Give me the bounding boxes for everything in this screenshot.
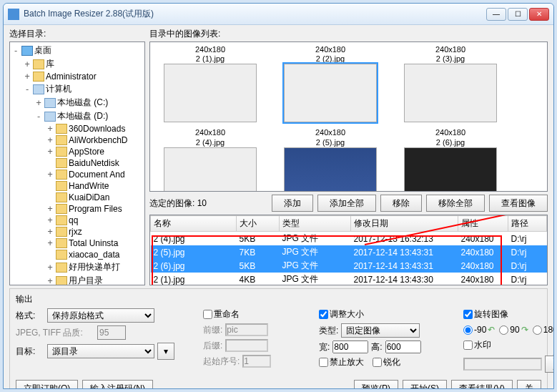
table-row[interactable]: 2 (4).jpg5KBJPG 文件2017-12-13 16:32:13240…	[151, 232, 547, 246]
col-attr[interactable]: 属性	[458, 216, 508, 232]
thumbnail[interactable]: 240x1802 (5).jpg	[273, 128, 388, 192]
col-path[interactable]: 路径	[508, 216, 547, 232]
remove-button[interactable]: 移除	[380, 195, 422, 212]
target-select[interactable]: 源目录	[47, 344, 154, 358]
tree-label[interactable]: 用户目录	[69, 275, 103, 285]
rename-checkbox[interactable]	[203, 310, 212, 319]
col-type[interactable]: 类型	[280, 216, 351, 232]
no-enlarge-checkbox[interactable]	[319, 358, 328, 367]
tree-node[interactable]: +AppStore	[11, 146, 143, 157]
thumbnail[interactable]: 240x1802 (1).jpg	[153, 45, 267, 122]
thumbnail-area[interactable]: 240x1802 (1).jpg240x1802 (2).jpg240x1802…	[149, 41, 548, 192]
tree-label[interactable]: BaiduNetdisk	[69, 158, 119, 168]
tree-node[interactable]: +AliWorkbenchD	[11, 134, 143, 146]
tree-node[interactable]: HandWrite	[11, 180, 143, 192]
col-size[interactable]: 大小	[237, 216, 280, 232]
col-date[interactable]: 修改日期	[351, 216, 458, 232]
remove-all-button[interactable]: 移除全部	[426, 195, 485, 212]
format-select[interactable]: 保持原始格式	[47, 308, 154, 323]
rot-180-radio[interactable]	[533, 325, 542, 335]
tree-label[interactable]: Program Files	[69, 204, 122, 214]
tree-node[interactable]: -本地磁盘 (D:)	[11, 109, 143, 123]
regcode-button[interactable]: 输入注册码(N)	[82, 380, 153, 388]
type-select[interactable]: 固定图像	[341, 323, 420, 338]
rot-minus90-radio[interactable]	[463, 325, 473, 335]
tree-node[interactable]: +Document And	[11, 169, 143, 180]
tree-label[interactable]: Administrator	[46, 72, 97, 82]
tree-toggle-icon[interactable]: -	[34, 112, 43, 122]
file-table[interactable]: 名称 大小 类型 修改日期 属性 路径 2 (4).jpg5KBJPG 文件20…	[149, 215, 548, 285]
table-row[interactable]: 2 (5).jpg7KBJPG 文件2017-12-14 13:43:31240…	[151, 245, 547, 259]
height-input[interactable]	[385, 340, 421, 353]
sharpen-checkbox[interactable]	[373, 358, 382, 367]
thumbnail[interactable]: 240x1802 (6).jpg	[393, 128, 508, 192]
tree-label[interactable]: xiaocao_data	[69, 250, 119, 260]
view-result-button[interactable]: 查看结果(V)	[451, 380, 513, 388]
watermark-checkbox[interactable]	[463, 340, 473, 350]
rot-90-radio[interactable]	[499, 325, 508, 335]
tree-node[interactable]: +360Downloads	[11, 123, 143, 134]
tree-label[interactable]: AppStore	[69, 147, 104, 157]
tree-label[interactable]: HandWrite	[69, 181, 109, 191]
tree-toggle-icon[interactable]: +	[46, 238, 54, 248]
thumbnail[interactable]: 240x1802 (4).jpg	[153, 128, 267, 192]
order-button[interactable]: 立即订购(O)	[16, 380, 78, 388]
tree-toggle-icon[interactable]: -	[23, 84, 31, 94]
tree-toggle-icon[interactable]: -	[11, 46, 20, 56]
view-image-button[interactable]: 查看图像	[489, 195, 548, 212]
tree-toggle-icon[interactable]: +	[46, 215, 54, 225]
thumbnail[interactable]: 240x1802 (3).jpg	[393, 45, 508, 122]
tree-label[interactable]: AliWorkbenchD	[69, 135, 127, 145]
tree-node[interactable]: +Administrator	[11, 71, 143, 82]
resize-checkbox[interactable]	[319, 310, 328, 319]
maximize-button[interactable]: ☐	[508, 8, 528, 21]
tree-toggle-icon[interactable]: +	[46, 276, 54, 286]
tree-label[interactable]: Document And	[69, 170, 125, 180]
tree-label[interactable]: Total Uninsta	[69, 238, 118, 248]
tree-label[interactable]: KuaiDiDan	[69, 192, 109, 202]
tree-label[interactable]: qq	[69, 215, 78, 225]
tree-toggle-icon[interactable]: +	[23, 72, 31, 82]
close-button[interactable]: ✕	[529, 8, 549, 21]
tree-label[interactable]: 库	[46, 58, 54, 70]
tree-toggle-icon[interactable]: +	[34, 98, 43, 108]
tree-toggle-icon[interactable]: +	[46, 227, 54, 237]
start-button[interactable]: 开始(S)	[403, 380, 447, 388]
close-app-button[interactable]: 关	[517, 380, 541, 388]
col-name[interactable]: 名称	[151, 216, 237, 232]
tree-toggle-icon[interactable]: +	[46, 170, 54, 180]
tree-toggle-icon[interactable]: +	[23, 59, 31, 69]
tree-toggle-icon[interactable]: +	[46, 135, 54, 145]
tree-node[interactable]: KuaiDiDan	[11, 192, 143, 203]
tree-label[interactable]: rjxz	[69, 227, 82, 237]
rotate-checkbox[interactable]	[463, 310, 473, 319]
width-input[interactable]	[332, 340, 368, 353]
tree-label[interactable]: 本地磁盘 (C:)	[57, 97, 108, 109]
tree-node[interactable]: +Program Files	[11, 203, 143, 215]
tree-node[interactable]: xiaocao_data	[11, 249, 143, 260]
tree-node[interactable]: +库	[11, 57, 143, 71]
tree-toggle-icon[interactable]: +	[46, 147, 54, 157]
tree-toggle-icon[interactable]: +	[46, 204, 54, 214]
tree-node[interactable]: +好用快递单打	[11, 260, 143, 274]
tree-node[interactable]: -计算机	[11, 82, 143, 96]
tree-node[interactable]: -桌面	[11, 44, 143, 57]
tree-label[interactable]: 360Downloads	[69, 124, 125, 134]
tree-node[interactable]: +用户目录	[11, 274, 143, 285]
table-row[interactable]: 2 (1).jpg4KBJPG 文件2017-12-14 13:43:30240…	[151, 273, 547, 285]
tree-node[interactable]: +rjxz	[11, 226, 143, 237]
tree-label[interactable]: 好用快递单打	[69, 261, 120, 273]
tree-label[interactable]: 本地磁盘 (D:)	[57, 110, 108, 122]
minimize-button[interactable]: —	[486, 8, 506, 21]
tree-node[interactable]: BaiduNetdisk	[11, 157, 143, 169]
tree-label[interactable]: 桌面	[34, 44, 51, 57]
tree-toggle-icon[interactable]: +	[46, 263, 54, 273]
tree-toggle-icon[interactable]: +	[46, 124, 54, 134]
add-button[interactable]: 添加	[272, 195, 313, 212]
preview-button[interactable]: 预览(P)	[354, 380, 398, 388]
directory-tree[interactable]: -桌面+库+Administrator-计算机+本地磁盘 (C:)-本地磁盘 (…	[9, 41, 145, 285]
thumbnail[interactable]: 240x1802 (2).jpg	[273, 45, 388, 122]
tree-node[interactable]: +qq	[11, 215, 143, 226]
tree-label[interactable]: 计算机	[46, 83, 72, 95]
add-all-button[interactable]: 添加全部	[317, 195, 376, 212]
